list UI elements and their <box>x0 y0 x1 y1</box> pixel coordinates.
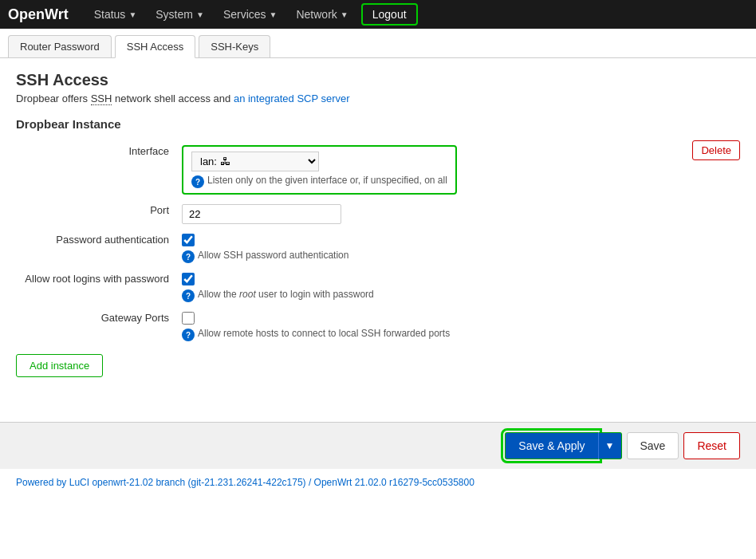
chevron-down-icon: ▼ <box>270 10 278 19</box>
root-login-row: Allow root logins with password ? Allow … <box>16 268 740 307</box>
footer: Powered by LuCI openwrt-21.02 branch (gi… <box>0 469 756 496</box>
port-label: Port <box>16 199 175 229</box>
nav-item-status[interactable]: Status ▼ <box>85 0 147 29</box>
logout-button[interactable]: Logout <box>361 3 418 26</box>
dropbear-instance: Delete Interface lan: 🖧 <box>16 140 740 393</box>
interface-select[interactable]: lan: 🖧 <box>191 152 319 171</box>
password-auth-label: Password authentication <box>16 229 175 268</box>
root-login-label: Allow root logins with password <box>16 268 175 307</box>
root-login-checkbox[interactable] <box>182 273 195 285</box>
port-input[interactable] <box>182 204 341 224</box>
reset-button[interactable]: Reset <box>683 432 740 459</box>
interface-label: Interface <box>16 140 175 199</box>
tab-ssh-keys[interactable]: SSH-Keys <box>199 35 270 57</box>
save-apply-dropdown-button[interactable]: ▼ <box>598 432 622 459</box>
delete-button[interactable]: Delete <box>692 140 740 160</box>
save-button[interactable]: Save <box>627 432 679 459</box>
help-icon: ? <box>182 289 195 302</box>
gateway-ports-checkbox[interactable] <box>182 312 195 325</box>
gateway-ports-row: Gateway Ports ? Allow remote hosts to co… <box>16 307 740 346</box>
ssh-abbr: SSH <box>91 93 112 105</box>
port-row: Port <box>16 199 740 229</box>
save-apply-group: Save & Apply ▼ <box>505 432 621 459</box>
brand-logo[interactable]: OpenWrt <box>8 6 69 23</box>
chevron-down-icon: ▼ <box>196 10 204 19</box>
password-auth-checkbox[interactable] <box>182 234 195 246</box>
form-table: Interface lan: 🖧 ? Listen only on the gi… <box>16 140 740 346</box>
root-login-help: ? Allow the root user to login with pass… <box>182 289 734 302</box>
interface-row: Interface lan: 🖧 ? Listen only on the gi… <box>16 140 740 199</box>
page-title: SSH Access <box>16 71 740 89</box>
main-content: SSH Access Dropbear offers SSH network s… <box>0 58 756 406</box>
help-icon: ? <box>182 329 195 341</box>
help-icon: ? <box>191 175 204 188</box>
tab-router-password[interactable]: Router Password <box>8 35 112 57</box>
gateway-ports-help: ? Allow remote hosts to connect to local… <box>182 328 734 341</box>
chevron-down-icon: ▼ <box>128 10 136 19</box>
password-auth-help: ? Allow SSH password authentication <box>182 250 734 263</box>
tab-bar: Router Password SSH Access SSH-Keys <box>0 29 756 58</box>
nav-item-services[interactable]: Services ▼ <box>214 0 287 29</box>
section-title: Dropbear Instance <box>16 117 740 131</box>
help-icon: ? <box>182 250 195 263</box>
scp-link[interactable]: an integrated SCP server <box>234 93 350 104</box>
nav-item-network[interactable]: Network ▼ <box>286 0 357 29</box>
interface-select-container: lan: 🖧 <box>191 152 447 171</box>
interface-wrapper: lan: 🖧 ? Listen only on the given interf… <box>182 145 457 195</box>
footer-link[interactable]: Powered by LuCI openwrt-21.02 branch (gi… <box>16 477 474 488</box>
page-description: Dropbear offers SSH network shell access… <box>16 93 740 104</box>
chevron-down-icon: ▼ <box>341 10 348 19</box>
add-instance-button[interactable]: Add instance <box>16 354 103 377</box>
navbar: OpenWrt Status ▼ System ▼ Services ▼ Net… <box>0 0 756 29</box>
password-auth-row: Password authentication ? Allow SSH pass… <box>16 229 740 268</box>
interface-help: ? Listen only on the given interface or,… <box>191 175 447 188</box>
gateway-ports-label: Gateway Ports <box>16 307 175 346</box>
root-emphasis: root <box>239 289 256 300</box>
tab-ssh-access[interactable]: SSH Access <box>115 35 196 58</box>
bottom-bar: Save & Apply ▼ Save Reset <box>0 422 756 469</box>
save-apply-button[interactable]: Save & Apply <box>505 432 597 459</box>
nav-item-system[interactable]: System ▼ <box>146 0 214 29</box>
